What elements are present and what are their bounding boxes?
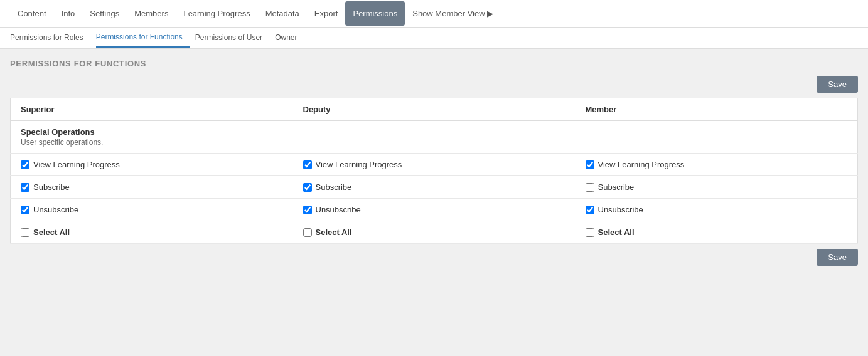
top-nav-item-metadata[interactable]: Metadata — [258, 1, 307, 26]
checkbox-view-learning-progress-col0[interactable] — [21, 160, 29, 169]
checkbox-subscribe-col2[interactable] — [586, 183, 594, 192]
checkbox-label-text-subscribe-col0: Subscribe — [33, 182, 70, 192]
sub-nav-item-permissions-of-user[interactable]: Permissions of User — [195, 28, 270, 47]
cell-select-all-col1: Select All — [293, 221, 576, 244]
cell-view-learning-progress-col1: View Learning Progress — [293, 154, 576, 176]
permissions-table: Superior Deputy Member Special Operation… — [10, 98, 858, 244]
label-view-learning-progress-col2[interactable]: View Learning Progress — [586, 160, 848, 169]
special-ops-title: Special Operations — [21, 127, 847, 137]
cell-subscribe-col2: Subscribe — [576, 176, 858, 199]
special-ops-subtitle: User specific operations. — [21, 138, 847, 147]
column-header-deputy: Deputy — [293, 98, 576, 121]
cell-subscribe-col1: Subscribe — [293, 176, 576, 199]
cell-view-learning-progress-col2: View Learning Progress — [576, 154, 858, 176]
checkbox-label-text-select-all-col1: Select All — [316, 228, 352, 237]
special-ops-row: Special Operations User specific operati… — [11, 121, 858, 154]
checkbox-label-text-subscribe-col2: Subscribe — [598, 182, 635, 192]
label-subscribe-col0[interactable]: Subscribe — [21, 182, 283, 192]
table-row-view-learning-progress: View Learning ProgressView Learning Prog… — [11, 154, 858, 176]
label-select-all-col2[interactable]: Select All — [586, 228, 848, 237]
top-nav: ContentInfoSettingsMembersLearning Progr… — [0, 0, 868, 28]
save-button-bottom[interactable]: Save — [817, 249, 858, 266]
checkbox-label-text-subscribe-col1: Subscribe — [316, 182, 352, 192]
checkbox-subscribe-col0[interactable] — [21, 183, 29, 192]
sub-nav-item-owner[interactable]: Owner — [275, 28, 304, 47]
column-header-member: Member — [576, 98, 858, 121]
checkbox-label-text-select-all-col0: Select All — [33, 228, 70, 237]
checkbox-label-text-unsubscribe-col1: Unsubscribe — [316, 205, 361, 214]
cell-unsubscribe-col0: Unsubscribe — [11, 199, 293, 221]
top-nav-item-members[interactable]: Members — [127, 1, 176, 26]
checkbox-label-text-view-learning-progress-col0: View Learning Progress — [33, 160, 120, 169]
label-select-all-col0[interactable]: Select All — [21, 228, 283, 237]
cell-subscribe-col0: Subscribe — [11, 176, 293, 199]
table-row-unsubscribe: UnsubscribeUnsubscribeUnsubscribe — [11, 199, 858, 221]
checkbox-subscribe-col1[interactable] — [303, 183, 312, 192]
top-nav-item-content[interactable]: Content — [10, 1, 54, 26]
checkbox-unsubscribe-col2[interactable] — [586, 206, 594, 214]
checkbox-unsubscribe-col0[interactable] — [21, 206, 29, 214]
table-header-row: Superior Deputy Member — [11, 98, 858, 121]
label-subscribe-col1[interactable]: Subscribe — [303, 182, 565, 192]
table-row-select-all: Select AllSelect AllSelect All — [11, 221, 858, 244]
top-nav-item-settings[interactable]: Settings — [82, 1, 127, 26]
cell-unsubscribe-col1: Unsubscribe — [293, 199, 576, 221]
cell-view-learning-progress-col0: View Learning Progress — [11, 154, 293, 176]
content-area: PERMISSIONS FOR FUNCTIONS Save Superior … — [0, 49, 868, 356]
checkbox-label-text-view-learning-progress-col1: View Learning Progress — [316, 160, 402, 169]
checkbox-label-text-view-learning-progress-col2: View Learning Progress — [598, 160, 685, 169]
cell-select-all-col0: Select All — [11, 221, 293, 244]
label-view-learning-progress-col1[interactable]: View Learning Progress — [303, 160, 565, 169]
label-view-learning-progress-col0[interactable]: View Learning Progress — [21, 160, 283, 169]
label-subscribe-col2[interactable]: Subscribe — [586, 182, 848, 192]
sub-nav-item-permissions-for-functions[interactable]: Permissions for Functions — [96, 28, 190, 48]
label-unsubscribe-col2[interactable]: Unsubscribe — [586, 205, 848, 214]
label-unsubscribe-col0[interactable]: Unsubscribe — [21, 205, 283, 214]
special-ops-cell: Special Operations User specific operati… — [11, 121, 858, 154]
checkbox-view-learning-progress-col2[interactable] — [586, 160, 594, 169]
sub-nav-item-permissions-for-roles[interactable]: Permissions for Roles — [10, 28, 91, 47]
top-nav-item-permissions[interactable]: Permissions — [345, 1, 405, 26]
column-header-superior: Superior — [11, 98, 293, 121]
checkbox-select-all-col1[interactable] — [303, 228, 312, 237]
top-nav-item-show-member-view[interactable]: Show Member View ▶ — [405, 1, 501, 26]
checkbox-select-all-col2[interactable] — [586, 228, 594, 237]
checkbox-unsubscribe-col1[interactable] — [303, 206, 312, 214]
top-nav-item-learning-progress[interactable]: Learning Progress — [176, 1, 257, 26]
save-button-top[interactable]: Save — [817, 76, 858, 93]
cell-unsubscribe-col2: Unsubscribe — [576, 199, 858, 221]
checkbox-label-text-select-all-col2: Select All — [598, 228, 635, 237]
checkbox-label-text-unsubscribe-col0: Unsubscribe — [33, 205, 78, 214]
cell-select-all-col2: Select All — [576, 221, 858, 244]
top-nav-item-info[interactable]: Info — [54, 1, 83, 26]
label-unsubscribe-col1[interactable]: Unsubscribe — [303, 205, 565, 214]
top-nav-item-export[interactable]: Export — [307, 1, 346, 26]
table-row-subscribe: SubscribeSubscribeSubscribe — [11, 176, 858, 199]
checkbox-view-learning-progress-col1[interactable] — [303, 160, 312, 169]
sub-nav: Permissions for RolesPermissions for Fun… — [0, 28, 868, 49]
label-select-all-col1[interactable]: Select All — [303, 228, 565, 237]
checkbox-label-text-unsubscribe-col2: Unsubscribe — [598, 205, 643, 214]
checkbox-select-all-col0[interactable] — [21, 228, 29, 237]
section-title: PERMISSIONS FOR FUNCTIONS — [10, 59, 858, 68]
